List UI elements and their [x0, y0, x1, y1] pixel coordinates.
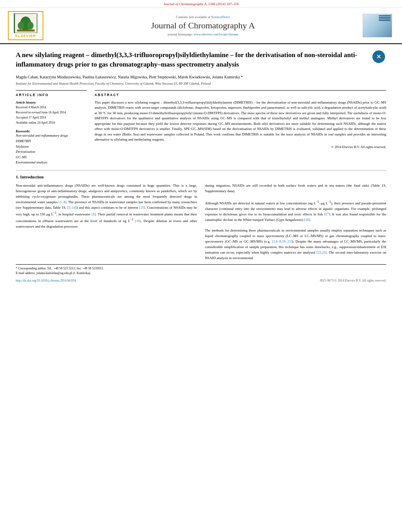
journal-ref: Journal of Chromatography A, 1346 (2014)… — [164, 2, 239, 6]
copyright: © 2014 Elsevier B.V. All rights reserved… — [95, 145, 386, 149]
journal-cover — [363, 14, 394, 37]
keyword-5: GC–MS — [16, 155, 87, 160]
top-bar: Journal of Chromatography A, 1346 (2014)… — [0, 0, 402, 8]
svg-rect-5 — [17, 30, 35, 32]
affiliation: Institute for Environmental and Human He… — [16, 82, 386, 85]
corresponding-note: * Corresponding author. Tel.: +48 58 523… — [16, 266, 386, 271]
doi-link[interactable]: http://dx.doi.org/10.1016/j.chroma.2014.… — [16, 279, 76, 282]
authors: Magda Caban, Katarzyna Mioduszewska, Pau… — [16, 74, 386, 80]
elsevier-tree-icon — [14, 13, 37, 33]
footer-bar: http://dx.doi.org/10.1016/j.chroma.2014.… — [16, 279, 386, 282]
journal-title-block: Contents lists available at ScienceDirec… — [51, 15, 355, 36]
article-info-abstract: ARTICLE INFO Article history: Received 4… — [16, 90, 386, 165]
keyword-6: Environmental analysis — [16, 160, 87, 165]
sciencedirect-link: Contents lists available at ScienceDirec… — [51, 15, 355, 19]
revised-date: Received in revised form 16 April 2014 — [16, 110, 87, 115]
journal-cover-image — [363, 14, 392, 37]
ref-15[interactable]: [15] — [139, 206, 145, 209]
abstract-heading: ABSTRACT — [95, 93, 386, 97]
keyword-3: Silylation — [16, 144, 87, 150]
available-date: Available online 24 April 2014 — [16, 120, 87, 126]
introduction-section: 1. Introduction Non-steroidal anti-infla… — [16, 174, 386, 261]
intro-col-left: Non-steroidal anti-inflammatory drugs (N… — [16, 183, 197, 261]
intro-text-left: Non-steroidal anti-inflammatory drugs (N… — [16, 183, 197, 230]
elsevier-logo-inner: ELSEVIER — [8, 11, 43, 40]
svg-point-4 — [27, 22, 34, 30]
main-content: A new silylating reagent – dimethyl(3,3,… — [0, 44, 402, 289]
intro-title: 1. Introduction — [16, 174, 386, 179]
svg-point-3 — [18, 22, 24, 30]
ref-22-23[interactable]: [22,23] — [316, 250, 327, 254]
abstract-col: ABSTRACT This paper discusses a new sily… — [95, 90, 386, 165]
email-link[interactable]: jolanta.kumirska@ug.edu.pl — [36, 271, 72, 275]
ref-1-6-8[interactable]: [1,6–8,19–21] — [272, 239, 292, 243]
issn-text: 0021-9673/© 2014 Elsevier B.V. All right… — [320, 279, 386, 282]
keywords-title: Keywords: — [16, 129, 87, 133]
crossmark-badge: ✕ — [372, 50, 386, 64]
elsevier-logo: ELSEVIER — [8, 11, 43, 40]
history-title: Article history: — [16, 100, 87, 106]
article-info-block: Article history: Received 4 March 2014 R… — [16, 100, 87, 126]
received-date: Received 4 March 2014 — [16, 105, 87, 110]
ref-5-14[interactable]: [5–14] — [67, 206, 76, 209]
ref-5b[interactable]: [5] — [91, 212, 96, 216]
keywords-block: Keywords: Non-steroidal anti-inflammator… — [16, 129, 87, 165]
email-note: E-mail address: jolanta.kumirska@ug.edu.… — [16, 271, 386, 276]
article-title: A new silylating reagent – dimethyl(3,3,… — [16, 50, 368, 69]
section-divider — [16, 170, 386, 171]
journal-main-title: Journal of Chromatography A — [51, 20, 355, 31]
footnote-section: * Corresponding author. Tel.: +48 58 523… — [16, 264, 386, 276]
keyword-4: Derivatisation — [16, 149, 87, 155]
intro-col-right: during migration, NSAIDs are still recor… — [205, 183, 386, 261]
elsevier-wordmark: ELSEVIER — [10, 34, 41, 38]
article-header: A new silylating reagent – dimethyl(3,3,… — [16, 50, 386, 69]
keyword-1: Non-steroidal anti-inflammatory drugs — [16, 133, 87, 139]
article-info-heading: ARTICLE INFO — [16, 93, 87, 97]
accepted-date: Accepted 17 April 2014 — [16, 115, 87, 120]
journal-homepage-url[interactable]: www.elsevier.com/locate/chroma — [194, 32, 238, 36]
crossmark-icon: ✕ — [372, 50, 385, 63]
keyword-2: DIMETRIS — [16, 139, 87, 144]
sciencedirect-url[interactable]: ScienceDirect — [211, 15, 230, 19]
journal-header: ELSEVIER Contents lists available at Sci… — [0, 8, 402, 44]
ref-17[interactable]: [17] — [324, 212, 330, 216]
article-info-col: ARTICLE INFO Article history: Received 4… — [16, 90, 87, 165]
cover-decoration — [379, 15, 391, 21]
ref-1-4[interactable]: [1–4] — [59, 200, 67, 204]
ref-18[interactable]: [18] — [304, 218, 310, 222]
ref-16[interactable]: [16] — [135, 219, 141, 223]
journal-homepage: journal homepage: www.elsevier.com/locat… — [51, 32, 355, 36]
intro-text-right: during migration, NSAIDs are still recor… — [205, 183, 386, 261]
abstract-text: This paper discusses a new silylating re… — [95, 100, 386, 143]
intro-columns: Non-steroidal anti-inflammatory drugs (N… — [16, 183, 386, 261]
